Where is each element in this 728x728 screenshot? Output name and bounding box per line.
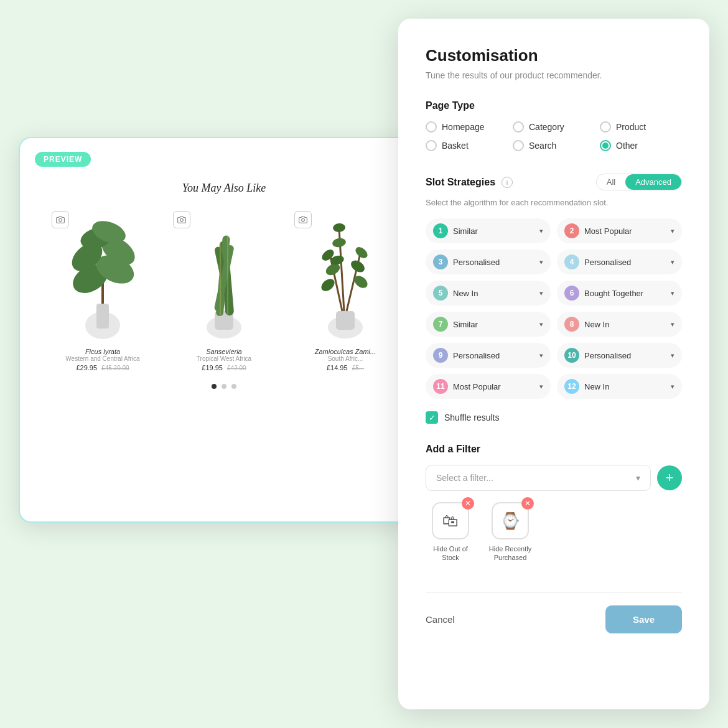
chip-icon-wrap-2: ⌚ ✕	[492, 502, 529, 539]
slot-num-11: 11	[433, 379, 448, 394]
panel-subtitle: Tune the results of our product recommen…	[426, 70, 682, 80]
radio-other-label: Other	[616, 141, 638, 151]
radio-other-circle[interactable]	[600, 140, 611, 151]
strategy-slot-3[interactable]: 3 Personalised ▾	[426, 250, 551, 274]
slot-num-10: 10	[564, 348, 579, 363]
radio-search[interactable]: Search	[513, 140, 595, 151]
product-name-2: Sansevieria	[206, 348, 241, 355]
slot-toggle[interactable]: All Advanced	[596, 174, 682, 190]
dot-3[interactable]	[231, 384, 236, 389]
shuffle-checkbox[interactable]: ✓	[426, 411, 438, 424]
chip-remove-1[interactable]: ✕	[462, 497, 474, 510]
toggle-all-btn[interactable]: All	[597, 174, 625, 190]
camera-icon	[294, 211, 312, 228]
radio-homepage-circle[interactable]	[426, 121, 437, 133]
strategy-slot-4[interactable]: 4 Personalised ▾	[557, 250, 682, 274]
radio-basket-circle[interactable]	[426, 140, 437, 151]
dot-1[interactable]	[212, 384, 217, 389]
preview-title: You May Also Like	[32, 182, 416, 195]
chevron-8: ▾	[671, 320, 674, 329]
strategy-slot-8[interactable]: 8 New In ▾	[557, 312, 682, 337]
add-filter-label: Add a Filter	[426, 444, 682, 455]
svg-rect-2	[96, 304, 109, 329]
panel-footer: Cancel Save	[426, 592, 682, 633]
slot-num-1: 1	[433, 223, 448, 238]
strategy-slot-7[interactable]: 7 Similar ▾	[426, 312, 551, 337]
radio-homepage[interactable]: Homepage	[426, 121, 508, 133]
page-type-grid: Homepage Category Product Basket Search …	[426, 121, 682, 151]
strategy-slot-5[interactable]: 5 New In ▾	[426, 281, 551, 306]
page-type-label: Page Type	[426, 100, 682, 111]
product-card: Zamioculcas Zami... South Afric... £14.9…	[288, 207, 403, 371]
slot-num-5: 5	[433, 286, 448, 301]
radio-other[interactable]: Other	[600, 140, 682, 151]
camera-icon	[52, 211, 69, 228]
svg-point-30	[353, 245, 370, 261]
strategy-slot-1[interactable]: 1 Similar ▾	[426, 218, 551, 243]
save-button[interactable]: Save	[605, 605, 682, 633]
customisation-panel: Customisation Tune the results of our pr…	[398, 19, 709, 709]
svg-rect-21	[336, 311, 355, 330]
radio-homepage-label: Homepage	[442, 122, 485, 132]
strategy-name-1: Similar	[453, 226, 534, 236]
chip-remove-2[interactable]: ✕	[521, 497, 534, 510]
strategy-slot-9[interactable]: 9 Personalised ▾	[426, 343, 551, 368]
product-price-2: £19.95 £42.00	[202, 364, 246, 371]
product-origin-3: South Afric...	[328, 355, 363, 362]
carousel-dots	[32, 384, 416, 389]
chevron-11: ▾	[539, 383, 543, 391]
slot-num-8: 8	[564, 317, 579, 332]
radio-basket-label: Basket	[442, 141, 469, 151]
product-origin-2: Tropical West Africa	[197, 355, 251, 362]
product-card: Sansevieria Tropical West Africa £19.95 …	[167, 207, 282, 371]
radio-product-circle[interactable]	[600, 121, 611, 133]
radio-search-circle[interactable]	[513, 140, 524, 151]
strategy-name-6: Bought Together	[584, 289, 666, 298]
strategy-slot-2[interactable]: 2 Most Popular ▾	[557, 218, 682, 243]
filter-placeholder: Select a filter...	[436, 473, 493, 483]
toggle-advanced-btn[interactable]: Advanced	[625, 174, 681, 190]
filter-select-row: Select a filter... ▾ +	[426, 465, 682, 491]
svg-point-32	[332, 237, 347, 248]
chevron-1: ▾	[539, 227, 543, 235]
slot-num-4: 4	[564, 254, 579, 269]
filter-chevron: ▾	[636, 473, 640, 483]
strategy-slot-10[interactable]: 10 Personalised ▾	[557, 343, 682, 368]
info-icon[interactable]: i	[502, 177, 513, 188]
chevron-6: ▾	[671, 289, 674, 297]
slot-num-7: 7	[433, 317, 448, 332]
slot-description: Select the algorithm for each recommenda…	[426, 198, 682, 207]
strategy-name-9: Personalised	[453, 351, 534, 360]
chevron-5: ▾	[539, 289, 543, 297]
product-name-3: Zamioculcas Zami...	[315, 348, 376, 355]
strategy-slot-12[interactable]: 12 New In ▾	[557, 374, 682, 399]
cancel-button[interactable]: Cancel	[426, 614, 455, 625]
product-price-1: £29.95 £45.20.00	[76, 364, 129, 371]
strategy-name-12: New In	[584, 382, 666, 391]
strategy-slot-6[interactable]: 6 Bought Together ▾	[557, 281, 682, 306]
strategy-name-7: Similar	[453, 320, 534, 329]
svg-point-0	[58, 218, 62, 222]
filter-section: Select a filter... ▾ + 🛍 ✕ Hide Out of S…	[426, 465, 682, 562]
slot-num-3: 3	[433, 254, 448, 269]
chip-label-2: Hide Recently Purchased	[485, 544, 535, 562]
radio-category-circle[interactable]	[513, 121, 524, 133]
product-image-3	[299, 207, 392, 344]
strategy-name-5: New In	[453, 289, 534, 298]
filter-select-dropdown[interactable]: Select a filter... ▾	[426, 465, 651, 491]
svg-point-33	[332, 223, 345, 233]
radio-basket[interactable]: Basket	[426, 140, 508, 151]
dot-2[interactable]	[222, 384, 226, 389]
strategy-slot-11[interactable]: 11 Most Popular ▾	[426, 374, 551, 399]
strategies-grid: 1 Similar ▾ 2 Most Popular ▾ 3 Personali…	[426, 218, 682, 399]
radio-category[interactable]: Category	[513, 121, 595, 133]
camera-icon	[173, 211, 190, 228]
product-origin-1: Western and Central Africa	[65, 355, 139, 362]
slot-num-6: 6	[564, 286, 579, 301]
strategy-name-10: Personalised	[584, 351, 666, 360]
svg-point-19	[301, 218, 304, 222]
shuffle-row: ✓ Shuffle results	[426, 411, 682, 424]
radio-category-label: Category	[529, 122, 564, 132]
add-filter-button[interactable]: +	[657, 465, 682, 490]
radio-product[interactable]: Product	[600, 121, 682, 133]
